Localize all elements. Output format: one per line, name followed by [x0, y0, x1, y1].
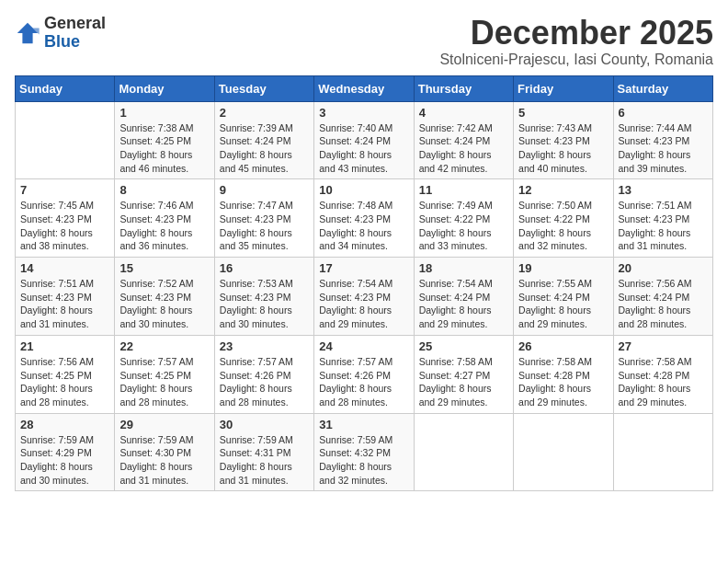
calendar-cell	[514, 413, 613, 491]
day-info: Sunrise: 7:42 AM Sunset: 4:24 PM Dayligh…	[419, 121, 508, 176]
day-number: 11	[419, 183, 508, 197]
day-header-wednesday: Wednesday	[314, 75, 414, 101]
calendar-week-row: 28Sunrise: 7:59 AM Sunset: 4:29 PM Dayli…	[16, 413, 713, 491]
calendar-cell: 29Sunrise: 7:59 AM Sunset: 4:30 PM Dayli…	[115, 413, 214, 491]
day-info: Sunrise: 7:59 AM Sunset: 4:30 PM Dayligh…	[119, 433, 209, 488]
calendar-cell	[16, 101, 115, 179]
calendar-cell: 8Sunrise: 7:46 AM Sunset: 4:23 PM Daylig…	[115, 179, 214, 258]
calendar-cell: 3Sunrise: 7:40 AM Sunset: 4:24 PM Daylig…	[314, 101, 414, 179]
day-info: Sunrise: 7:45 AM Sunset: 4:23 PM Dayligh…	[20, 199, 109, 253]
calendar-cell: 23Sunrise: 7:57 AM Sunset: 4:26 PM Dayli…	[214, 335, 313, 413]
location-text: Stolniceni-Prajescu, Iasi County, Romani…	[439, 52, 713, 68]
day-number: 3	[319, 106, 408, 120]
day-info: Sunrise: 7:58 AM Sunset: 4:27 PM Dayligh…	[419, 355, 508, 409]
day-number: 15	[119, 261, 209, 275]
day-number: 31	[319, 418, 408, 431]
calendar-cell: 4Sunrise: 7:42 AM Sunset: 4:24 PM Daylig…	[414, 101, 513, 179]
calendar-cell: 28Sunrise: 7:59 AM Sunset: 4:29 PM Dayli…	[16, 413, 115, 491]
calendar-cell: 24Sunrise: 7:57 AM Sunset: 4:26 PM Dayli…	[314, 335, 414, 413]
day-number: 10	[319, 183, 408, 197]
day-number: 13	[619, 183, 708, 197]
day-info: Sunrise: 7:54 AM Sunset: 4:23 PM Dayligh…	[319, 277, 408, 331]
day-info: Sunrise: 7:44 AM Sunset: 4:23 PM Dayligh…	[619, 121, 708, 176]
calendar-cell: 30Sunrise: 7:59 AM Sunset: 4:31 PM Dayli…	[214, 413, 313, 491]
day-number: 30	[220, 418, 309, 431]
day-number: 26	[518, 339, 608, 353]
day-info: Sunrise: 7:56 AM Sunset: 4:24 PM Dayligh…	[619, 277, 708, 331]
day-info: Sunrise: 7:54 AM Sunset: 4:24 PM Dayligh…	[419, 277, 508, 331]
calendar-cell: 31Sunrise: 7:59 AM Sunset: 4:32 PM Dayli…	[314, 413, 414, 491]
calendar-cell: 14Sunrise: 7:51 AM Sunset: 4:23 PM Dayli…	[16, 258, 115, 336]
day-info: Sunrise: 7:56 AM Sunset: 4:25 PM Dayligh…	[20, 355, 109, 409]
day-number: 6	[619, 106, 708, 120]
month-title: December 2025	[439, 15, 713, 52]
day-number: 29	[119, 418, 209, 431]
calendar-week-row: 1Sunrise: 7:38 AM Sunset: 4:25 PM Daylig…	[16, 101, 713, 179]
calendar-cell: 10Sunrise: 7:48 AM Sunset: 4:23 PM Dayli…	[314, 179, 414, 258]
day-number: 20	[619, 261, 708, 275]
day-info: Sunrise: 7:53 AM Sunset: 4:23 PM Dayligh…	[220, 277, 309, 331]
calendar-cell: 6Sunrise: 7:44 AM Sunset: 4:23 PM Daylig…	[613, 101, 712, 179]
day-info: Sunrise: 7:46 AM Sunset: 4:23 PM Dayligh…	[119, 199, 209, 253]
calendar-cell: 19Sunrise: 7:55 AM Sunset: 4:24 PM Dayli…	[514, 258, 613, 336]
day-info: Sunrise: 7:57 AM Sunset: 4:26 PM Dayligh…	[319, 355, 408, 409]
day-header-monday: Monday	[115, 75, 214, 101]
day-info: Sunrise: 7:51 AM Sunset: 4:23 PM Dayligh…	[20, 277, 109, 331]
calendar-cell: 26Sunrise: 7:58 AM Sunset: 4:28 PM Dayli…	[514, 335, 613, 413]
day-info: Sunrise: 7:55 AM Sunset: 4:24 PM Dayligh…	[518, 277, 608, 331]
day-info: Sunrise: 7:57 AM Sunset: 4:25 PM Dayligh…	[119, 355, 209, 409]
logo-general-text: General	[44, 14, 106, 32]
day-number: 27	[619, 339, 708, 353]
calendar-week-row: 14Sunrise: 7:51 AM Sunset: 4:23 PM Dayli…	[16, 258, 713, 336]
day-info: Sunrise: 7:59 AM Sunset: 4:31 PM Dayligh…	[220, 433, 309, 488]
day-header-thursday: Thursday	[414, 75, 513, 101]
day-info: Sunrise: 7:58 AM Sunset: 4:28 PM Dayligh…	[619, 355, 708, 409]
day-number: 5	[518, 106, 608, 120]
calendar-table: SundayMondayTuesdayWednesdayThursdayFrid…	[15, 75, 713, 492]
day-info: Sunrise: 7:48 AM Sunset: 4:23 PM Dayligh…	[319, 199, 408, 253]
calendar-header-row: SundayMondayTuesdayWednesdayThursdayFrid…	[16, 75, 713, 101]
calendar-cell: 25Sunrise: 7:58 AM Sunset: 4:27 PM Dayli…	[414, 335, 513, 413]
calendar-cell: 5Sunrise: 7:43 AM Sunset: 4:23 PM Daylig…	[514, 101, 613, 179]
day-number: 22	[119, 339, 209, 353]
calendar-cell: 9Sunrise: 7:47 AM Sunset: 4:23 PM Daylig…	[214, 179, 313, 258]
day-info: Sunrise: 7:51 AM Sunset: 4:23 PM Dayligh…	[619, 199, 708, 253]
day-number: 7	[20, 183, 109, 197]
day-info: Sunrise: 7:49 AM Sunset: 4:22 PM Dayligh…	[419, 199, 508, 253]
logo: General Blue	[15, 15, 106, 52]
day-number: 23	[220, 339, 309, 353]
page-header: General Blue December 2025 Stolniceni-Pr…	[15, 15, 713, 68]
day-number: 19	[518, 261, 608, 275]
day-header-sunday: Sunday	[16, 75, 115, 101]
day-header-friday: Friday	[514, 75, 613, 101]
day-info: Sunrise: 7:39 AM Sunset: 4:24 PM Dayligh…	[220, 121, 309, 176]
calendar-cell: 18Sunrise: 7:54 AM Sunset: 4:24 PM Dayli…	[414, 258, 513, 336]
day-number: 17	[319, 261, 408, 275]
day-number: 9	[220, 183, 309, 197]
calendar-cell: 20Sunrise: 7:56 AM Sunset: 4:24 PM Dayli…	[613, 258, 712, 336]
day-info: Sunrise: 7:59 AM Sunset: 4:29 PM Dayligh…	[20, 433, 109, 488]
day-info: Sunrise: 7:50 AM Sunset: 4:22 PM Dayligh…	[518, 199, 608, 253]
calendar-cell: 7Sunrise: 7:45 AM Sunset: 4:23 PM Daylig…	[16, 179, 115, 258]
day-number: 18	[419, 261, 508, 275]
calendar-week-row: 21Sunrise: 7:56 AM Sunset: 4:25 PM Dayli…	[16, 335, 713, 413]
day-number: 16	[220, 261, 309, 275]
calendar-cell: 12Sunrise: 7:50 AM Sunset: 4:22 PM Dayli…	[514, 179, 613, 258]
day-number: 14	[20, 261, 109, 275]
title-area: December 2025 Stolniceni-Prajescu, Iasi …	[439, 15, 713, 68]
logo-blue-text: Blue	[44, 32, 80, 51]
svg-marker-0	[17, 23, 38, 43]
calendar-cell: 15Sunrise: 7:52 AM Sunset: 4:23 PM Dayli…	[115, 258, 214, 336]
calendar-cell: 27Sunrise: 7:58 AM Sunset: 4:28 PM Dayli…	[613, 335, 712, 413]
calendar-cell: 16Sunrise: 7:53 AM Sunset: 4:23 PM Dayli…	[214, 258, 313, 336]
day-number: 25	[419, 339, 508, 353]
calendar-cell: 11Sunrise: 7:49 AM Sunset: 4:22 PM Dayli…	[414, 179, 513, 258]
day-info: Sunrise: 7:58 AM Sunset: 4:28 PM Dayligh…	[518, 355, 608, 409]
day-info: Sunrise: 7:52 AM Sunset: 4:23 PM Dayligh…	[119, 277, 209, 331]
day-info: Sunrise: 7:57 AM Sunset: 4:26 PM Dayligh…	[220, 355, 309, 409]
day-info: Sunrise: 7:38 AM Sunset: 4:25 PM Dayligh…	[119, 121, 209, 176]
day-number: 12	[518, 183, 608, 197]
day-info: Sunrise: 7:59 AM Sunset: 4:32 PM Dayligh…	[319, 433, 408, 488]
calendar-cell: 1Sunrise: 7:38 AM Sunset: 4:25 PM Daylig…	[115, 101, 214, 179]
day-header-saturday: Saturday	[613, 75, 712, 101]
